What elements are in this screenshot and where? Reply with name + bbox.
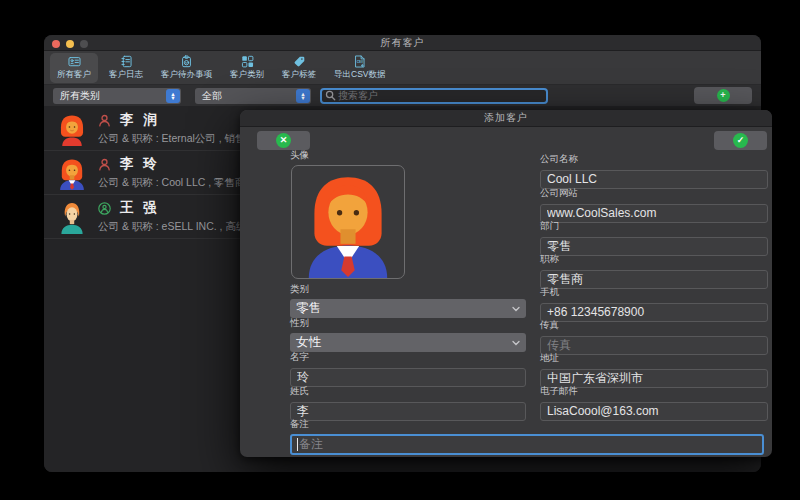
toolbar-item-export-csv[interactable]: CSV 导出CSV数据 [327,53,392,83]
scope-filter-value: 全部 [202,89,222,103]
cancel-button[interactable]: ✕ [257,131,310,150]
toolbar-item-label: 客户待办事项 [161,69,212,81]
company-label: 公司名称 [540,153,768,166]
contact-card-icon [65,55,84,68]
grid-icon [238,55,257,68]
email-field[interactable] [540,402,768,421]
zoom-button [80,40,88,48]
search-icon [325,90,336,101]
add-customer-dialog: 添加客户 ✕ ✓ 头像 类别 零售 性别 女性 [240,110,772,457]
toolbar-item-customer-todos[interactable]: 客户待办事项 [154,53,219,83]
traffic-lights [52,40,88,48]
search-input[interactable] [336,90,543,101]
main-titlebar: 所有客户 [44,35,761,51]
scope-filter-select[interactable]: 全部 ▲▼ [195,88,311,104]
desktop: 所有客户 所有客户 客户日志 [0,0,800,500]
company-field[interactable] [540,170,768,189]
tag-icon [290,55,309,68]
chevron-updown-icon: ▲▼ [296,89,310,103]
dialog-title: 添加客户 [484,111,528,125]
gender-label: 性别 [290,317,526,330]
gender-value: 女性 [296,334,321,351]
customer-avatar-woman-blue-suit [55,156,89,190]
job-title-label: 职称 [540,253,768,266]
add-customer-button[interactable]: + [694,87,752,104]
main-toolbar: 所有客户 客户日志 客户待办事项 [44,51,761,85]
category-value: 零售 [296,300,321,317]
clipboard-check-icon [177,55,196,68]
cancel-icon: ✕ [276,133,291,148]
chevron-updown-icon: ▲▼ [166,89,180,103]
customer-avatar-woman-red-top [55,112,89,146]
avatar-label: 头像 [290,149,309,162]
gender-select[interactable]: 女性 [290,333,526,352]
toolbar-item-customer-log[interactable]: 客户日志 [102,53,150,83]
female-icon [98,158,111,171]
text-caret [297,438,298,451]
toolbar-item-label: 客户标签 [282,69,316,81]
csv-export-icon: CSV [350,55,369,68]
confirm-button[interactable]: ✓ [714,131,767,150]
notes-placeholder: 备注 [299,436,323,453]
department-label: 部门 [540,220,768,233]
close-button[interactable] [52,40,60,48]
toolbar-item-all-customers[interactable]: 所有客户 [50,53,98,83]
filter-bar: 所有类别 ▲▼ 全部 ▲▼ + [44,85,761,107]
mobile-label: 手机 [540,286,768,299]
website-label: 公司网站 [540,187,768,200]
toolbar-item-label: 客户类别 [230,69,264,81]
fax-label: 传真 [540,319,768,332]
toolbar-item-label: 导出CSV数据 [334,69,385,81]
male-icon [98,202,111,215]
plus-icon: + [717,89,730,102]
category-filter-select[interactable]: 所有类别 ▲▼ [53,88,181,104]
female-icon [98,114,111,127]
toolbar-item-label: 客户日志 [109,69,143,81]
chevron-down-icon [512,306,520,312]
window-title: 所有客户 [381,36,425,50]
customer-subtitle: 公司 & 职称 : eSELL INC. , 高级 [98,220,246,234]
customer-subtitle: 公司 & 职称 : Cool LLC , 零售商 [98,176,246,190]
address-label: 地址 [540,352,768,365]
email-label: 电子邮件 [540,385,768,398]
customer-avatar-man-teal-shirt [55,200,89,234]
journal-icon [117,55,136,68]
customer-name: 王 强 [120,199,160,217]
minimize-button[interactable] [66,40,74,48]
toolbar-item-label: 所有客户 [57,69,91,81]
last-name-label: 姓氏 [290,385,526,398]
dialog-avatar-woman-blue-suit [292,166,404,278]
first-name-label: 名字 [290,351,526,364]
confirm-icon: ✓ [733,133,748,148]
customer-subtitle: 公司 & 职称 : Eternal公司 , 销售 [98,132,246,146]
chevron-down-icon [512,340,520,346]
toolbar-item-customer-categories[interactable]: 客户类别 [223,53,271,83]
svg-text:CSV: CSV [357,60,364,64]
toolbar-item-customer-tags[interactable]: 客户标签 [275,53,323,83]
notes-input[interactable]: 备注 [290,434,764,455]
category-filter-value: 所有类别 [60,89,100,103]
customer-name: 李 玲 [120,155,160,173]
avatar-picker[interactable] [291,165,405,279]
customer-name: 李 润 [120,111,160,129]
dialog-titlebar: 添加客户 [240,110,772,127]
category-select[interactable]: 零售 [290,299,526,318]
category-label: 类别 [290,283,526,296]
search-field [320,88,548,104]
